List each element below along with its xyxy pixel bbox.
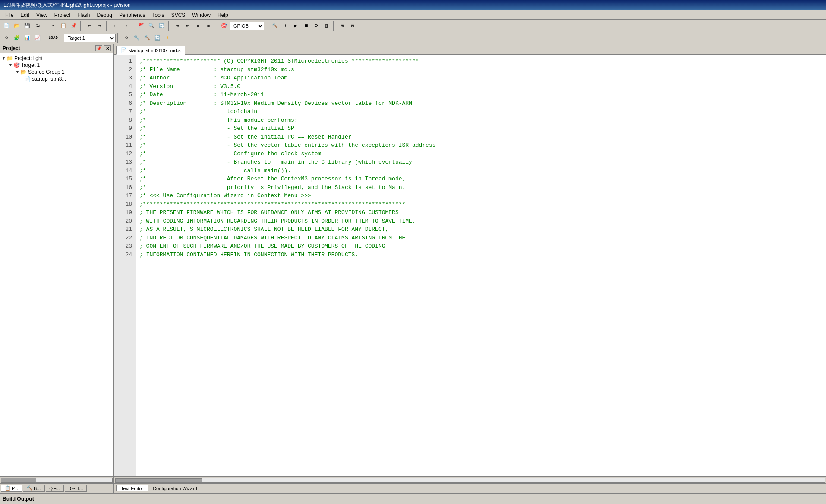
trace-btn[interactable]: 📊: [22, 33, 32, 43]
view2-btn[interactable]: ⊟: [348, 21, 357, 31]
project-tree: ▼ 📁 Project: light ▼ 🎯 Target 1 ▼ 📂 Sour…: [0, 53, 113, 476]
gpio-select[interactable]: GPIOB: [230, 22, 264, 30]
bottom-tab-config-label: Configuration Wizard: [153, 486, 197, 491]
toolbar-2: ⚙ 🧩 📊 📈 LOAD Target 1 ⚙ 🔧 🔨 🔄 ⬇: [0, 32, 826, 44]
panel-tab-templates[interactable]: 0→ T...: [65, 485, 87, 492]
nav-fwd-button[interactable]: →: [121, 21, 130, 31]
erase-btn[interactable]: 🗑: [322, 21, 331, 31]
menu-debug[interactable]: Debug: [94, 11, 116, 19]
debug-start-btn[interactable]: ▶: [291, 21, 300, 31]
paste-button[interactable]: 📌: [69, 21, 79, 31]
project-panel: Project 📌 ✕ ▼ 📁 Project: light ▼ 🎯 Targe: [0, 44, 114, 493]
options-btn[interactable]: ⚙: [122, 33, 131, 43]
panel-tabs: 📋 P... 🔨 B... {} F... 0→ T...: [0, 483, 113, 493]
target-select[interactable]: Target 1: [64, 34, 116, 42]
uncomment-button[interactable]: ≡: [204, 21, 213, 31]
undo-button[interactable]: ↩: [85, 21, 94, 31]
sep2-1: [44, 33, 47, 43]
load-icon[interactable]: LOAD: [48, 33, 58, 43]
menu-edit[interactable]: Edit: [17, 11, 33, 19]
tree-source-group[interactable]: ▼ 📂 Source Group 1: [2, 69, 112, 76]
sep2-3: [117, 33, 120, 43]
menu-project[interactable]: Project: [51, 11, 74, 19]
build-btn[interactable]: 🔨: [270, 21, 280, 31]
bottom-tab-text-editor[interactable]: Text Editor: [116, 485, 148, 491]
reset-btn[interactable]: ⟳: [312, 21, 321, 31]
toolbar-1: 📄 📂 💾 🗂 ✂ 📋 📌 ↩ ↪ ← → 🚩 🔍 🔄 ⇥ ⇤ ≡ ≡ 🎯 GP…: [0, 20, 826, 32]
menu-peripherals[interactable]: Peripherals: [116, 11, 149, 19]
pin-icon[interactable]: 📌: [95, 45, 102, 51]
panel-tab-project[interactable]: 📋 P...: [1, 485, 22, 492]
indent-button[interactable]: ⇥: [173, 21, 182, 31]
menu-flash[interactable]: Flash: [74, 11, 93, 19]
comment-button[interactable]: ≡: [193, 21, 203, 31]
stop-btn[interactable]: ⏹: [301, 21, 311, 31]
menu-view[interactable]: View: [33, 11, 51, 19]
find-button[interactable]: 🔍: [147, 21, 156, 31]
build-tab-label: B...: [34, 486, 41, 491]
periph-btn[interactable]: ⚙: [2, 33, 11, 43]
hscroll-thumb[interactable]: [116, 478, 202, 482]
manage-btn[interactable]: 🔧: [132, 33, 142, 43]
open-button[interactable]: 📂: [12, 21, 22, 31]
bottom-tab-text-label: Text Editor: [121, 486, 143, 491]
panel-header-icons: 📌 ✕: [95, 45, 111, 51]
tab-file-icon: 📄: [121, 47, 127, 53]
save-all-button[interactable]: 🗂: [33, 21, 42, 31]
redo-button[interactable]: ↪: [95, 21, 104, 31]
editor-bottom-tabs: Text Editor Configuration Wizard: [114, 483, 826, 493]
logic-btn[interactable]: 📈: [33, 33, 42, 43]
bookmark-button[interactable]: 🚩: [136, 21, 146, 31]
project-hscroll[interactable]: [0, 476, 113, 483]
load-btn[interactable]: ⬇: [281, 21, 290, 31]
build2-btn[interactable]: 🔨: [142, 33, 152, 43]
menu-window[interactable]: Window: [189, 11, 214, 19]
unindent-button[interactable]: ⇤: [183, 21, 192, 31]
project-folder-icon: 📁: [6, 55, 13, 61]
sep2-2: [60, 33, 62, 43]
panel-tab-functions[interactable]: {} F...: [46, 485, 64, 492]
title-bar: E:\课件及视频\嵌入式\作业\Light2\light.uvprojx - µ…: [0, 0, 826, 10]
project-panel-header: Project 📌 ✕: [0, 44, 113, 53]
file-icon: 📄: [24, 76, 31, 82]
bottom-panel: Build Output: [0, 493, 826, 504]
menu-file[interactable]: File: [2, 11, 17, 19]
source-group-icon: 📂: [20, 69, 27, 75]
hscroll-bar[interactable]: [115, 478, 825, 483]
editor-area: 📄 startup_stm32f10x_md.s 123456 78910111…: [114, 44, 826, 493]
download-btn[interactable]: ⬇: [163, 33, 173, 43]
rebuild-btn[interactable]: 🔄: [153, 33, 162, 43]
menu-help[interactable]: Help: [214, 11, 232, 19]
sep-7: [266, 21, 268, 31]
close-panel-button[interactable]: ✕: [104, 45, 111, 51]
tree-file[interactable]: 📄 startup_stm3...: [2, 76, 112, 82]
functions-tab-icon: {}: [50, 486, 53, 491]
editor-tab-startup[interactable]: 📄 startup_stm32f10x_md.s: [116, 46, 185, 55]
project-scrollbar[interactable]: [1, 478, 113, 483]
tree-arrow-root: ▼: [2, 56, 6, 60]
menu-svcs[interactable]: SVCS: [168, 11, 189, 19]
tree-project-root[interactable]: ▼ 📁 Project: light: [2, 55, 112, 62]
tree-arrow-target: ▼: [9, 63, 13, 67]
build-tab-icon: 🔨: [27, 485, 33, 491]
view1-btn[interactable]: ⊞: [337, 21, 347, 31]
code-editor[interactable]: 123456 789101112 131415161718 1920212223…: [114, 55, 826, 476]
code-content[interactable]: ;*********************** (C) COPYRIGHT 2…: [136, 55, 826, 476]
menu-tools[interactable]: Tools: [149, 11, 168, 19]
save-button[interactable]: 💾: [22, 21, 32, 31]
mem-btn[interactable]: 🧩: [12, 33, 22, 43]
project-tab-label: P...: [12, 486, 18, 491]
menu-bar: File Edit View Project Flash Debug Perip…: [0, 10, 826, 20]
copy-button[interactable]: 📋: [59, 21, 68, 31]
replace-button[interactable]: 🔄: [157, 21, 167, 31]
sep-8: [333, 21, 336, 31]
tree-arrow-group: ▼: [16, 70, 19, 74]
new-button[interactable]: 📄: [2, 21, 11, 31]
tree-file-label: startup_stm3...: [32, 76, 66, 82]
nav-back-button[interactable]: ←: [110, 21, 120, 31]
bottom-tab-config-wizard[interactable]: Configuration Wizard: [148, 485, 202, 491]
editor-hscroll[interactable]: [114, 476, 826, 483]
cut-button[interactable]: ✂: [48, 21, 58, 31]
tree-target1[interactable]: ▼ 🎯 Target 1: [2, 62, 112, 69]
panel-tab-build[interactable]: 🔨 B...: [23, 485, 45, 492]
